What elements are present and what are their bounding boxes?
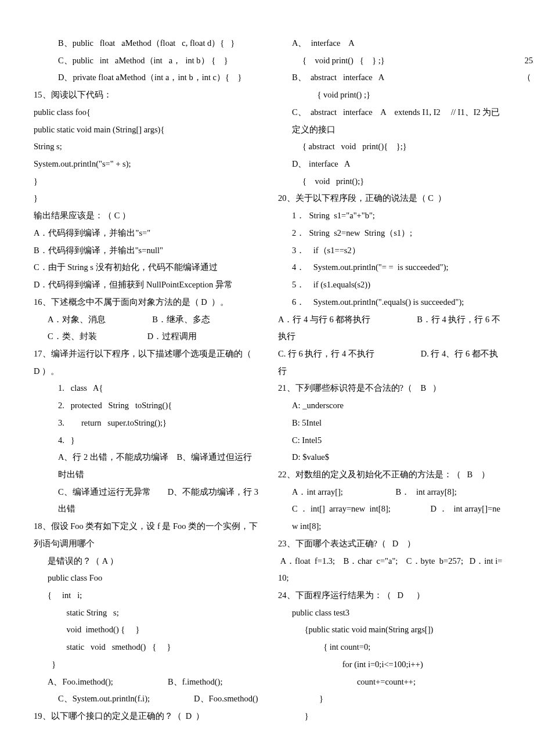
q14-opt-c: C、public int aMethod（int a， int b） { } bbox=[34, 52, 261, 70]
q24-opts: A 0 B 7 c 编译有错误 D 其他答案 bbox=[522, 35, 534, 52]
q19-title: 19、以下哪个接口的定义是正确的？（ D ） bbox=[34, 708, 261, 725]
q24-title: 24、下面程序运行结果为：（ D ） bbox=[278, 587, 505, 604]
q19-opt-b1: B、 abstract interface A bbox=[278, 69, 505, 87]
q16-opt-ab: A．对象、消息 B．继承、多态 bbox=[34, 311, 261, 329]
q21-opt-c: C: Intel5 bbox=[278, 432, 505, 449]
q19-opt-d2: { void print();} bbox=[278, 173, 505, 190]
q20-code-6: 6． System.out.println(".equals() is succ… bbox=[278, 294, 505, 311]
q17-code-3: 3. return super.toString();} bbox=[34, 415, 261, 432]
q15-code-5: } bbox=[34, 173, 261, 190]
q16-opt-cd: C．类、封装 D．过程调用 bbox=[34, 328, 261, 345]
q17-code-1: 1. class A{ bbox=[34, 380, 261, 397]
q25-title: 25、下面哪个函数是 public void aMethod(){...}的重载… bbox=[522, 52, 534, 87]
q19-opt-a2: { void print() { } ;} bbox=[278, 52, 505, 70]
q15-opt-a: A．代码得到编译，并输出"s=" bbox=[34, 225, 261, 242]
q24-code-3: { int count=0; bbox=[278, 639, 505, 656]
q15-opt-b: B．代码得到编译，并输出"s=null" bbox=[34, 242, 261, 260]
q23-opts: A．float f=1.3; B．char c="a"; C．byte b=25… bbox=[278, 553, 505, 587]
q20-code-2: 2． String s2=new String（s1）; bbox=[278, 225, 505, 242]
q18-prompt: 是错误的？（ A ） bbox=[34, 553, 261, 570]
q18-code-4: void imethod() { } bbox=[34, 621, 261, 639]
q19-opt-c2: { abstract void print(){ };} bbox=[278, 138, 505, 156]
q20-code-4: 4． System.out.println("= = is succeeded"… bbox=[278, 259, 505, 276]
q15-code-6: } bbox=[34, 190, 261, 207]
q24-code-7: } bbox=[278, 708, 505, 725]
q19-opt-b2: { void print() ;} bbox=[278, 87, 505, 104]
q14-opt-b: B、public float aMethod（float c, float d）… bbox=[34, 35, 261, 52]
q25-opt-a: A、void aMethod( ){...} bbox=[522, 87, 534, 104]
q18-code-6: } bbox=[34, 656, 261, 674]
q17-code-2: 2. protected String toString(){ bbox=[34, 397, 261, 415]
q14-opt-d: D、private float aMethod（int a，int b，int … bbox=[34, 69, 261, 87]
q24-code-5: count+=count++; bbox=[278, 674, 505, 691]
q17-title: 17、编译并运行以下程序，以下描述哪个选项是正确的（ D ）。 bbox=[34, 345, 261, 380]
q24-code-4: for (int i=0;i<=100;i++) bbox=[278, 656, 505, 674]
q20-code-1: 1． String s1="a"+"b"; bbox=[278, 207, 505, 225]
q18-opt-ab: A、Foo.imethod(); B、f.imethod(); bbox=[34, 674, 261, 691]
q15-code-1: public class foo{ bbox=[34, 104, 261, 121]
q20-opt-ab: A．行 4 与行 6 都将执行 B．行 4 执行，行 6 不执行 bbox=[278, 311, 505, 345]
q21-opt-a: A: _underscore bbox=[278, 397, 505, 415]
q15-opt-d: D．代码得到编译，但捕获到 NullPointException 异常 bbox=[34, 276, 261, 294]
q24-code-2: {public static void main(String args[]) bbox=[278, 621, 505, 639]
q22-opt-ab: A．int array[]; B． int array[8]; bbox=[278, 484, 505, 501]
q15-title: 15、阅读以下代码： bbox=[34, 87, 261, 104]
q20-title: 20、关于以下程序段，正确的说法是（ C ） bbox=[278, 190, 505, 207]
q15-code-2: public static void main (String[] args){ bbox=[34, 121, 261, 139]
q19-opt-d1: D、 interface A bbox=[278, 156, 505, 173]
q18-code-1: public class Foo bbox=[34, 570, 261, 587]
q23-title: 23、下面哪个表达式正确?（ D ） bbox=[278, 535, 505, 553]
q15-code-3: String s; bbox=[34, 138, 261, 156]
q17-opt-cd: C、编译通过运行无异常 D、不能成功编译，行 3 出错 bbox=[34, 484, 261, 518]
q19-opt-a1: A、 interface A bbox=[278, 35, 505, 52]
q20-code-3: 3． if（s1==s2） bbox=[278, 242, 505, 260]
q21-title: 21、下列哪些标识符是不合法的?（ B ） bbox=[278, 380, 505, 397]
q20-code-5: 5． if (s1.equals(s2)) bbox=[278, 276, 505, 294]
document-page: B、public float aMethod（float c, float d）… bbox=[0, 0, 534, 749]
q18-code-5: static void smethod() { } bbox=[34, 639, 261, 656]
q17-opt-ab: A、行 2 出错，不能成功编译 B、编译通过但运行时出错 bbox=[34, 449, 261, 483]
q24-code-6: } bbox=[278, 690, 505, 708]
q17-code-4: 4. } bbox=[34, 432, 261, 449]
q18-opt-cd: C、System.out.println(f.i); D、Foo.smethod… bbox=[34, 690, 261, 708]
q20-opt-cd: C. 行 6 执行，行 4 不执行 D. 行 4、行 6 都不执行 bbox=[278, 345, 505, 380]
q19-opt-c1: C、 abstract interface A extends I1, I2 /… bbox=[278, 104, 505, 138]
q22-title: 22、对数组的定义及初始化不正确的方法是：（ B ） bbox=[278, 466, 505, 484]
q21-opt-d: D: $value$ bbox=[278, 449, 505, 466]
q24-code-1: public class test3 bbox=[278, 604, 505, 622]
q15-code-4: System.out.println("s=" + s); bbox=[34, 156, 261, 173]
q21-opt-b: B: 5Intel bbox=[278, 415, 505, 432]
q18-code-3: static String s; bbox=[34, 604, 261, 622]
q18-title: 18、假设 Foo 类有如下定义，设 f 是 Foo 类的一个实例，下列语句调用… bbox=[34, 518, 261, 552]
q22-opt-cd: C ． int[] array=new int[8]; D ． int arra… bbox=[278, 501, 505, 535]
q15-opt-c: C．由于 String s 没有初始化，代码不能编译通过 bbox=[34, 259, 261, 276]
q15-prompt: 输出结果应该是：（ C ） bbox=[34, 207, 261, 225]
q18-code-2: { int i; bbox=[34, 587, 261, 604]
q16-title: 16、下述概念中不属于面向对象方法的是（ D ）。 bbox=[34, 294, 261, 311]
